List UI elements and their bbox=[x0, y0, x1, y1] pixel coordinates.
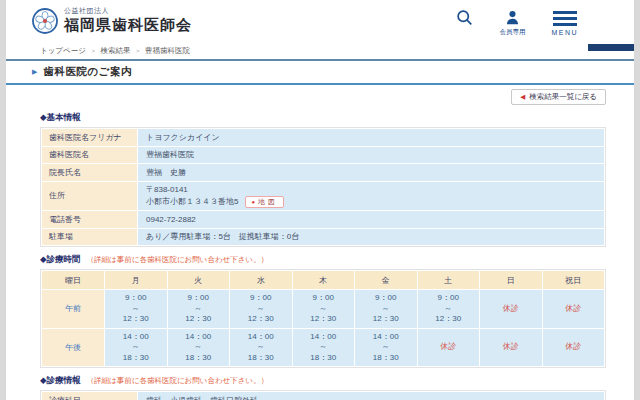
hours-cell: 9：00～12：30 bbox=[105, 290, 167, 328]
hours-cell: 休診 bbox=[543, 290, 605, 328]
hours-cell: 休診 bbox=[480, 329, 542, 367]
row-value: 0942-72-2882 bbox=[138, 211, 604, 228]
back-arrow-icon: ◀ bbox=[520, 93, 525, 101]
hours-cell: 9：00～12：30 bbox=[418, 290, 480, 328]
time-end: 12：30 bbox=[168, 314, 230, 325]
day-header: 日 bbox=[480, 271, 542, 289]
table-row: 駐車場あり／専用駐車場：5台 提携駐車場：0台 bbox=[42, 229, 604, 246]
row-label: 歯科医院名 bbox=[42, 147, 137, 164]
table-row: 電話番号0942-72-2882 bbox=[42, 211, 604, 228]
time-start: 9：00 bbox=[105, 293, 167, 304]
row-value: 豊福 史勝 bbox=[138, 164, 604, 181]
hours-cell: 9：00～12：30 bbox=[355, 290, 417, 328]
time-end: 18：30 bbox=[355, 353, 417, 364]
hours-row: 午後14：00～18：3014：00～18：3014：00～18：3014：00… bbox=[42, 329, 604, 367]
row-label: 電話番号 bbox=[42, 211, 137, 228]
row-value: 〒838-0141小郡市小郡１３４３番地5●地図 bbox=[138, 182, 604, 211]
time-end: 12：30 bbox=[105, 314, 167, 325]
header-actions: 会員専用 MENU bbox=[456, 6, 578, 37]
hours-cell: 9：00～12：30 bbox=[168, 290, 230, 328]
value-line: 〒838-0141 bbox=[146, 184, 596, 196]
day-header: 月 bbox=[105, 271, 167, 289]
menu-label: MENU bbox=[551, 29, 578, 36]
hours-table: 曜日月火水木金土日祝日午前9：00～12：309：00～12：309：00～12… bbox=[40, 269, 606, 368]
table-row: 住所〒838-0141小郡市小郡１３４３番地5●地図 bbox=[42, 182, 604, 211]
period-label: 午前 bbox=[42, 290, 104, 328]
person-icon bbox=[504, 9, 521, 26]
basic-info-table: 歯科医院名フリガナトヨフクシカイイン歯科医院名豊福歯科医院院長氏名豊福 史勝住所… bbox=[40, 127, 606, 247]
org-name-label: 福岡県歯科医師会 bbox=[64, 16, 192, 35]
hours-row: 午前9：00～12：309：00～12：309：00～12：309：00～12：… bbox=[42, 290, 604, 328]
hours-cell: 14：00～18：30 bbox=[293, 329, 355, 367]
closed-label: 休診 bbox=[503, 304, 519, 313]
hours-cell: 14：00～18：30 bbox=[230, 329, 292, 367]
hours-cell: 休診 bbox=[418, 329, 480, 367]
time-start: 14：00 bbox=[355, 332, 417, 343]
breadcrumb-separator: ＞ bbox=[134, 47, 141, 54]
table-row: 診療科目歯科、小児歯科、歯科口腔外科 bbox=[42, 392, 604, 400]
row-value: 豊福歯科医院 bbox=[138, 147, 604, 164]
row-label: 駐車場 bbox=[42, 229, 137, 246]
time-end: 12：30 bbox=[293, 314, 355, 325]
page: 公益社団法人 福岡県歯科医師会 会員専用 MENU bbox=[6, 0, 634, 400]
breadcrumb-item: 豊福歯科医院 bbox=[145, 46, 190, 55]
time-end: 18：30 bbox=[168, 353, 230, 364]
day-header: 金 bbox=[355, 271, 417, 289]
title-arrow-icon: ▶ bbox=[32, 68, 37, 76]
row-value: 歯科、小児歯科、歯科口腔外科 bbox=[138, 392, 604, 400]
time-end: 12：30 bbox=[355, 314, 417, 325]
breadcrumb-item[interactable]: トップページ bbox=[40, 46, 86, 55]
treatment-info-heading: ◆診療情報 bbox=[40, 375, 81, 387]
org-type-label: 公益社団法人 bbox=[64, 6, 192, 16]
period-label: 午後 bbox=[42, 329, 104, 367]
hours-cell: 14：00～18：30 bbox=[168, 329, 230, 367]
time-end: 18：30 bbox=[293, 353, 355, 364]
main-content: ◀ 検索結果一覧に戻る ◆基本情報 歯科医院名フリガナトヨフクシカイイン歯科医院… bbox=[6, 89, 634, 400]
row-value: トヨフクシカイイン bbox=[138, 129, 604, 146]
site-header: 公益社団法人 福岡県歯科医師会 会員専用 MENU bbox=[6, 0, 634, 42]
time-end: 12：30 bbox=[418, 314, 480, 325]
closed-label: 休診 bbox=[440, 342, 456, 351]
menu-button[interactable]: MENU bbox=[551, 9, 578, 36]
time-start: 14：00 bbox=[230, 332, 292, 343]
breadcrumb-item[interactable]: 検索結果 bbox=[100, 46, 130, 55]
time-separator: ～ bbox=[230, 342, 292, 353]
header-accent-bar bbox=[588, 44, 634, 51]
time-end: 18：30 bbox=[230, 353, 292, 364]
treatment-info-note: （詳細は事前に各歯科医院にお問い合わせ下さい。） bbox=[87, 376, 269, 386]
time-separator: ～ bbox=[105, 342, 167, 353]
brand[interactable]: 公益社団法人 福岡県歯科医師会 bbox=[32, 6, 192, 35]
time-end: 18：30 bbox=[105, 353, 167, 364]
day-header: 木 bbox=[293, 271, 355, 289]
search-icon bbox=[456, 9, 473, 26]
time-start: 9：00 bbox=[418, 293, 480, 304]
back-to-results-link[interactable]: ◀ 検索結果一覧に戻る bbox=[511, 89, 606, 105]
time-separator: ～ bbox=[168, 342, 230, 353]
time-start: 14：00 bbox=[168, 332, 230, 343]
hours-cell: 9：00～12：30 bbox=[293, 290, 355, 328]
basic-info-heading: ◆基本情報 bbox=[40, 112, 81, 124]
day-header: 土 bbox=[418, 271, 480, 289]
treatment-table: 診療科目歯科、小児歯科、歯科口腔外科 bbox=[40, 390, 606, 400]
value-line: 小郡市小郡１３４３番地5●地図 bbox=[146, 196, 596, 208]
day-header: 火 bbox=[168, 271, 230, 289]
hours-note: （詳細は事前に各歯科医院にお問い合わせ下さい。） bbox=[87, 255, 269, 265]
hours-cell: 14：00～18：30 bbox=[355, 329, 417, 367]
member-login-label: 会員専用 bbox=[499, 28, 525, 37]
member-login-button[interactable]: 会員専用 bbox=[499, 9, 525, 37]
closed-label: 休診 bbox=[503, 342, 519, 351]
row-label: 住所 bbox=[42, 182, 137, 211]
time-start: 14：00 bbox=[105, 332, 167, 343]
day-header: 祝日 bbox=[543, 271, 605, 289]
closed-label: 休診 bbox=[565, 304, 581, 313]
hours-cell: 14：00～18：30 bbox=[105, 329, 167, 367]
day-header: 水 bbox=[230, 271, 292, 289]
hours-header-row: 曜日月火水木金土日祝日 bbox=[42, 271, 604, 289]
search-button[interactable] bbox=[456, 9, 473, 26]
table-row: 歯科医院名豊福歯科医院 bbox=[42, 147, 604, 164]
time-start: 9：00 bbox=[293, 293, 355, 304]
time-separator: ～ bbox=[355, 304, 417, 315]
map-button[interactable]: ●地図 bbox=[245, 196, 284, 208]
time-start: 9：00 bbox=[168, 293, 230, 304]
row-label: 歯科医院名フリガナ bbox=[42, 129, 137, 146]
